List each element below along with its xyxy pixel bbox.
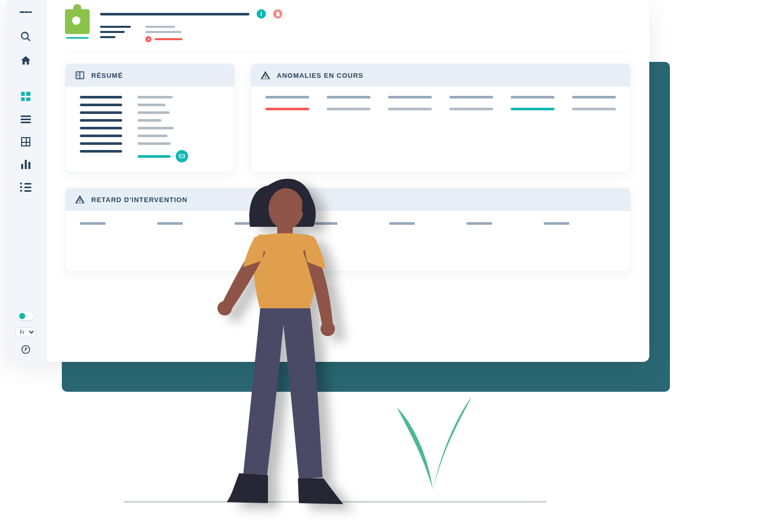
module-logo — [65, 9, 90, 42]
warning-icon — [75, 194, 85, 205]
person-illustration — [216, 160, 361, 510]
warning-icon — [260, 70, 271, 80]
resume-label — [80, 111, 122, 114]
svg-rect-7 — [179, 155, 185, 158]
anomaly-cell — [388, 108, 432, 110]
retard-col-header — [466, 222, 492, 225]
resume-label — [80, 142, 122, 145]
list-icon[interactable] — [20, 113, 31, 125]
resume-value — [138, 111, 170, 114]
anomaly-col-header — [388, 96, 432, 98]
anomaly-col-header — [449, 96, 493, 98]
meta-value — [145, 31, 181, 33]
puzzle-icon — [65, 9, 90, 34]
sidebar: Fr — [5, 0, 46, 362]
resume-label — [80, 127, 122, 129]
anomaly-cell — [327, 108, 371, 110]
mail-icon[interactable] — [176, 150, 188, 162]
page-header: i ✕ — [65, 9, 631, 52]
svg-point-0 — [21, 32, 28, 39]
info-icon[interactable]: i — [257, 9, 266, 19]
anomaly-cell-ok — [511, 108, 554, 110]
theme-toggle[interactable] — [18, 312, 33, 320]
resume-value — [138, 96, 173, 98]
panel-resume: RÉSUMÉ — [65, 63, 235, 172]
anomaly-col-header — [265, 96, 309, 98]
anomaly-col-header — [511, 96, 554, 98]
page-title — [100, 13, 249, 15]
menu-toggle-icon[interactable] — [20, 7, 32, 19]
home-icon[interactable] — [20, 55, 31, 66]
panel-resume-title: RÉSUMÉ — [91, 72, 123, 79]
retard-col-header — [544, 222, 569, 225]
resume-label — [80, 96, 122, 98]
resume-value — [138, 119, 161, 122]
svg-line-1 — [27, 38, 30, 41]
bullets-icon[interactable] — [20, 181, 31, 193]
anomaly-cell-critical — [265, 108, 309, 110]
resume-value — [138, 142, 171, 145]
panel-anomalies: ANOMALIES EN COURS — [250, 63, 631, 172]
anomalies-data-row[interactable] — [265, 108, 616, 110]
meta-value — [145, 26, 175, 28]
dashboard-icon[interactable] — [20, 91, 31, 102]
export-pdf-icon[interactable] — [273, 9, 282, 19]
search-icon[interactable] — [20, 31, 31, 42]
anomaly-cell — [572, 108, 616, 110]
resume-email-value — [138, 155, 171, 158]
meta-error-value — [155, 38, 182, 40]
resume-value — [138, 135, 167, 137]
panel-anomalies-title: ANOMALIES EN COURS — [277, 72, 363, 79]
svg-point-10 — [217, 301, 232, 315]
panel-retard-title: RETARD D'INTERVENTION — [91, 196, 188, 204]
anomaly-col-header — [572, 96, 616, 98]
anomaly-col-header — [327, 96, 371, 98]
language-select[interactable]: Fr — [15, 327, 36, 337]
resume-label — [80, 150, 122, 153]
chart-icon[interactable] — [20, 159, 31, 170]
plant-illustration — [392, 376, 474, 490]
resume-label — [80, 119, 122, 122]
retard-col-header — [157, 222, 183, 225]
meta-label — [100, 31, 125, 33]
meta-label — [100, 36, 115, 38]
logout-icon[interactable] — [21, 344, 31, 355]
error-badge-icon: ✕ — [145, 36, 152, 42]
resume-value — [138, 104, 165, 106]
svg-point-11 — [321, 322, 335, 336]
retard-col-header — [80, 222, 106, 225]
logo-underline — [66, 37, 89, 39]
resume-label — [80, 135, 122, 137]
retard-col-header — [389, 222, 415, 225]
book-icon — [75, 70, 85, 80]
table-icon[interactable] — [20, 136, 31, 147]
anomalies-header-row — [265, 96, 616, 98]
svg-point-9 — [268, 188, 304, 229]
resume-value — [138, 127, 174, 129]
meta-label — [100, 26, 131, 28]
resume-label — [80, 104, 122, 106]
anomaly-cell — [449, 108, 493, 110]
